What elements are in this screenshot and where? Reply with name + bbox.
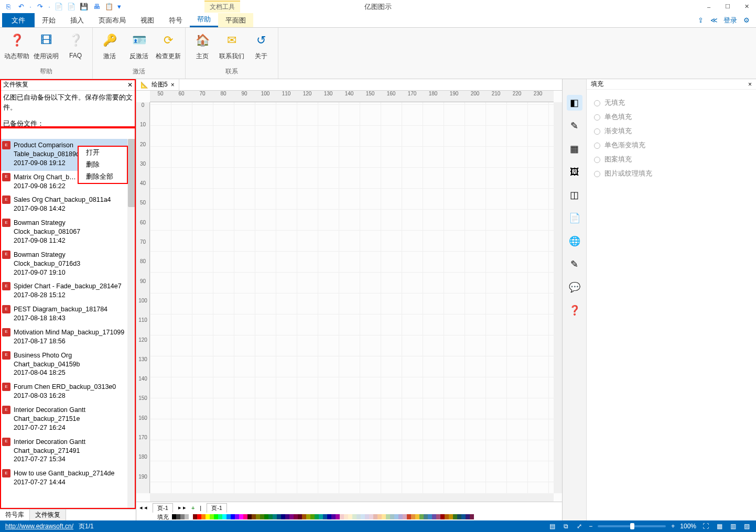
color-swatch[interactable]: [289, 514, 294, 519]
color-swatch[interactable]: [419, 514, 424, 519]
color-swatch[interactable]: [348, 514, 352, 519]
homepage-button[interactable]: 🏠主页: [190, 30, 215, 66]
color-swatch[interactable]: [373, 514, 377, 519]
layout-icon[interactable]: ◫: [567, 187, 582, 203]
tab-insert[interactable]: 插入: [63, 13, 91, 27]
color-swatch[interactable]: [382, 514, 386, 519]
cloud-icon[interactable]: ⇪: [696, 16, 705, 25]
backup-file-item[interactable]: EInterior Decoration Gantt Chart_backup_…: [0, 404, 136, 436]
qat-redo[interactable]: ↷: [35, 2, 45, 12]
color-swatch[interactable]: [218, 514, 222, 519]
add-page-icon[interactable]: +: [191, 505, 195, 511]
qat-undo[interactable]: ↶: [16, 2, 26, 12]
color-swatch[interactable]: [226, 514, 231, 519]
ctx-delete-all[interactable]: 删除全部: [79, 171, 127, 183]
color-swatch[interactable]: [445, 514, 449, 519]
backup-file-item[interactable]: EInterior Decoration Gantt Chart_backup_…: [0, 436, 136, 468]
color-swatch[interactable]: [260, 514, 264, 519]
faq-button[interactable]: ❔FAQ: [63, 30, 88, 66]
backup-file-item[interactable]: EMotivation Mind Map_backup_1710992017-0…: [0, 326, 136, 349]
color-swatch[interactable]: [470, 514, 474, 519]
color-swatch[interactable]: [352, 514, 357, 519]
fill-icon[interactable]: ◧: [567, 95, 582, 111]
color-swatch[interactable]: [411, 514, 415, 519]
fit-width-icon[interactable]: ⤢: [575, 522, 584, 530]
color-swatch[interactable]: [206, 514, 210, 519]
backup-file-item[interactable]: EForum Chen ERD_backup_0313e02017-08-03 …: [0, 381, 136, 404]
color-swatch[interactable]: [394, 514, 398, 519]
check-update-button[interactable]: ⟳检查更新: [156, 30, 181, 66]
comment-icon[interactable]: 💬: [567, 279, 582, 295]
backup-file-item[interactable]: EBowman Strategy Clock_backup_0810672017…: [0, 216, 136, 248]
color-swatch[interactable]: [390, 514, 394, 519]
qat-copy[interactable]: ⎘: [3, 2, 14, 12]
horizontal-scrollbar[interactable]: [150, 493, 554, 502]
color-swatch[interactable]: [457, 514, 461, 519]
dynamic-help-button[interactable]: ❓动态帮助: [4, 30, 29, 66]
color-swatch[interactable]: [176, 514, 180, 519]
tab-home[interactable]: 开始: [35, 13, 63, 27]
color-swatch[interactable]: [336, 514, 340, 519]
color-swatch[interactable]: [239, 514, 243, 519]
color-swatch[interactable]: [357, 514, 361, 519]
color-swatch[interactable]: [277, 514, 281, 519]
page-nav-left[interactable]: ◂ ◂: [139, 504, 147, 511]
color-swatch[interactable]: [247, 514, 252, 519]
color-swatch[interactable]: [453, 514, 457, 519]
zoom-out-button[interactable]: −: [589, 523, 592, 530]
minimize-button[interactable]: –: [699, 0, 718, 13]
color-swatch[interactable]: [201, 514, 206, 519]
qat-new[interactable]: 📄: [53, 2, 64, 12]
share-icon[interactable]: ≪: [710, 16, 718, 25]
qat-paste[interactable]: 📋: [104, 2, 114, 12]
tab-page-layout[interactable]: 页面布局: [91, 13, 133, 27]
color-swatch[interactable]: [369, 514, 373, 519]
color-swatch[interactable]: [436, 514, 440, 519]
backup-file-item[interactable]: ESales Org Chart_backup_0811a42017-09-08…: [0, 193, 136, 216]
color-swatch[interactable]: [407, 514, 411, 519]
color-swatch[interactable]: [344, 514, 348, 519]
color-swatch[interactable]: [264, 514, 268, 519]
view-mode-2-icon[interactable]: ⧉: [561, 522, 570, 530]
color-swatch[interactable]: [273, 514, 277, 519]
color-swatch[interactable]: [256, 514, 260, 519]
color-swatch[interactable]: [243, 514, 247, 519]
about-button[interactable]: ↺关于: [249, 30, 274, 66]
color-swatch[interactable]: [193, 514, 197, 519]
web-icon[interactable]: 🌐: [567, 233, 582, 249]
fill-option[interactable]: 图片或纹理填充: [594, 167, 749, 181]
backup-file-item[interactable]: EPEST Diagram_backup_1817842017-08-18 18…: [0, 303, 136, 326]
color-swatch[interactable]: [361, 514, 365, 519]
color-swatch[interactable]: [222, 514, 226, 519]
fill-option[interactable]: 渐变填充: [594, 124, 749, 138]
zoom-slider[interactable]: [598, 525, 666, 527]
color-swatch[interactable]: [365, 514, 369, 519]
help-icon[interactable]: ❓: [567, 302, 582, 318]
homepage-link[interactable]: http://www.edrawsoft.cn/: [5, 523, 73, 530]
fill-option[interactable]: 单色渐变填充: [594, 138, 749, 153]
color-swatch[interactable]: [398, 514, 403, 519]
color-swatch[interactable]: [298, 514, 302, 519]
color-swatch[interactable]: [323, 514, 327, 519]
color-swatch[interactable]: [235, 514, 239, 519]
color-swatch[interactable]: [327, 514, 331, 519]
color-swatch[interactable]: [185, 514, 189, 519]
qat-undo-menu[interactable]: ·: [28, 2, 33, 12]
document-tab[interactable]: 📐 绘图5 ×: [136, 79, 179, 90]
view-mode-1-icon[interactable]: ▤: [548, 522, 556, 530]
color-swatch[interactable]: [285, 514, 289, 519]
color-swatch[interactable]: [424, 514, 428, 519]
color-swatch[interactable]: [281, 514, 285, 519]
color-swatch[interactable]: [189, 514, 193, 519]
zoom-in-button[interactable]: +: [671, 523, 675, 530]
tab-view[interactable]: 视图: [133, 13, 161, 27]
ctx-open[interactable]: 打开: [79, 147, 127, 159]
tab-file-recovery[interactable]: 文件恢复: [30, 509, 66, 520]
list-scrollbar[interactable]: [127, 139, 136, 509]
color-swatch[interactable]: [294, 514, 298, 519]
deactivate-button[interactable]: 🪪反激活: [126, 30, 152, 66]
activate-button[interactable]: 🔑激活: [97, 30, 122, 66]
color-swatch[interactable]: [180, 514, 185, 519]
vertical-scrollbar[interactable]: [554, 102, 562, 493]
fill-option[interactable]: 无填充: [594, 96, 749, 110]
